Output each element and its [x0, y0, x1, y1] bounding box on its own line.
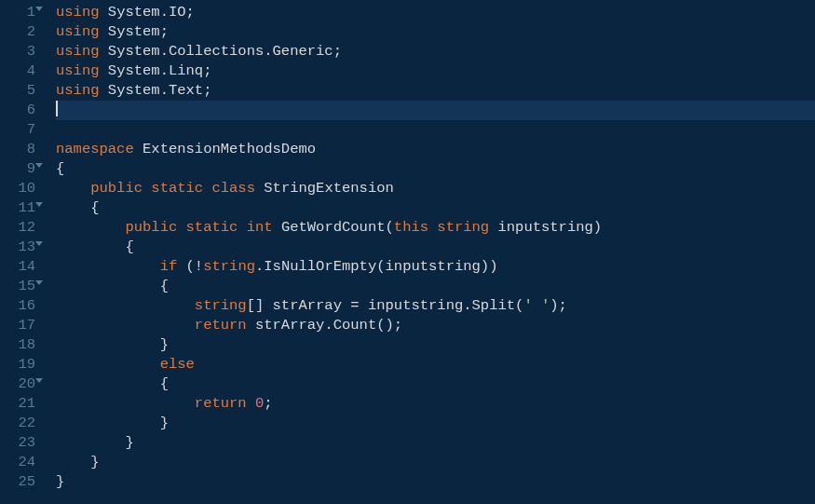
code-line[interactable]: }	[56, 472, 815, 492]
gutter-line: 25	[0, 472, 35, 492]
code-area[interactable]: using System.IO; using System; using Sys…	[45, 0, 815, 504]
fold-icon[interactable]	[35, 7, 43, 11]
gutter-line: 11	[0, 198, 35, 218]
gutter-line: 21	[0, 394, 35, 414]
code-line[interactable]: {	[56, 159, 815, 179]
gutter-line: 19	[0, 355, 35, 375]
gutter-line: 23	[0, 433, 35, 453]
code-line[interactable]: public static int GetWordCount(this stri…	[56, 218, 815, 238]
code-line[interactable]: {	[56, 238, 815, 257]
gutter-line: 9	[0, 159, 35, 179]
gutter-line: 22	[0, 414, 35, 433]
code-editor[interactable]: 1 2 3 4 5 6 7 8 9 10 11 12 13 14 15 16 1…	[0, 0, 815, 504]
gutter-line: 6	[0, 101, 35, 120]
gutter-line: 18	[0, 335, 35, 355]
code-line[interactable]: using System.IO;	[56, 3, 815, 22]
gutter-line: 16	[0, 296, 35, 316]
code-line[interactable]: using System.Text;	[56, 81, 815, 101]
code-line[interactable]: using System;	[56, 22, 815, 42]
code-line[interactable]: {	[56, 277, 815, 296]
code-line[interactable]: else	[56, 355, 815, 375]
gutter-line: 7	[0, 120, 35, 140]
code-line[interactable]: public static class StringExtension	[56, 179, 815, 198]
fold-icon[interactable]	[35, 241, 43, 246]
code-line[interactable]	[56, 120, 815, 140]
fold-icon[interactable]	[35, 202, 43, 207]
gutter-line: 1	[0, 3, 35, 22]
gutter-line: 2	[0, 22, 35, 42]
gutter-line: 24	[0, 453, 35, 472]
code-line[interactable]: string[] strArray = inputstring.Split(' …	[56, 296, 815, 316]
code-line[interactable]: }	[56, 414, 815, 433]
gutter-line: 3	[0, 42, 35, 61]
gutter-line: 12	[0, 218, 35, 238]
gutter-line: 4	[0, 61, 35, 81]
gutter-line: 5	[0, 81, 35, 101]
code-line[interactable]: return 0;	[56, 394, 815, 414]
code-line[interactable]: {	[56, 198, 815, 218]
code-line[interactable]: }	[56, 453, 815, 472]
fold-icon[interactable]	[35, 163, 43, 168]
code-line[interactable]: using System.Collections.Generic;	[56, 42, 815, 61]
code-line[interactable]: if (!string.IsNullOrEmpty(inputstring))	[56, 257, 815, 277]
fold-icon[interactable]	[35, 378, 43, 383]
gutter-line: 20	[0, 375, 35, 394]
code-line[interactable]: }	[56, 335, 815, 355]
code-line[interactable]: namespace ExtensionMethodsDemo	[56, 140, 815, 159]
code-line[interactable]: using System.Linq;	[56, 61, 815, 81]
cursor-icon	[56, 101, 58, 116]
code-line-active[interactable]	[56, 101, 815, 120]
gutter: 1 2 3 4 5 6 7 8 9 10 11 12 13 14 15 16 1…	[0, 0, 45, 504]
code-line[interactable]: }	[56, 433, 815, 453]
code-line[interactable]: return strArray.Count();	[56, 316, 815, 335]
gutter-line: 17	[0, 316, 35, 335]
gutter-line: 8	[0, 140, 35, 159]
gutter-line: 15	[0, 277, 35, 296]
gutter-line: 10	[0, 179, 35, 198]
fold-icon[interactable]	[35, 280, 43, 285]
gutter-line: 13	[0, 238, 35, 257]
code-line[interactable]: {	[56, 375, 815, 394]
gutter-line: 14	[0, 257, 35, 277]
